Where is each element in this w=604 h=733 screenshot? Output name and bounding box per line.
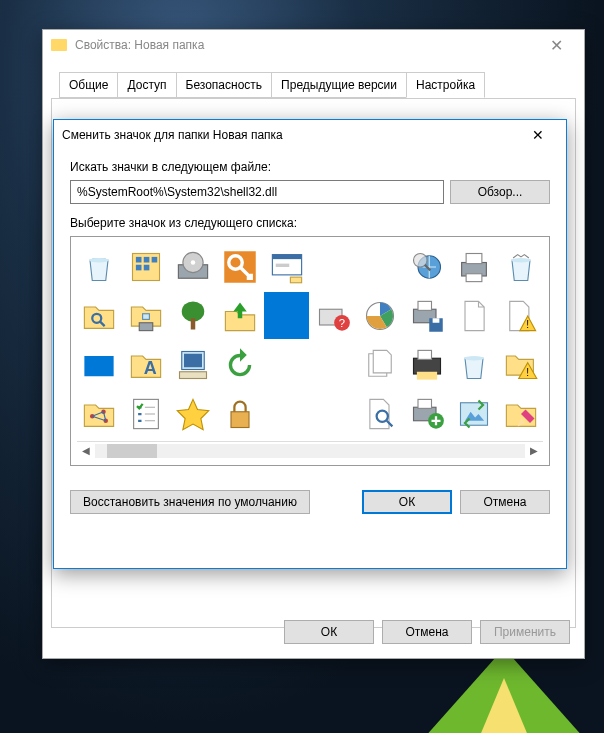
tab-security[interactable]: Безопасность [176, 72, 273, 98]
tab-customize[interactable]: Настройка [406, 72, 485, 98]
network-map-icon[interactable] [77, 390, 122, 437]
icon-path-input[interactable] [70, 180, 444, 204]
blank-icon[interactable] [264, 341, 309, 388]
cancel-button[interactable]: Отмена [382, 620, 472, 644]
help-device-icon[interactable]: ? [311, 292, 356, 339]
svg-rect-43 [418, 350, 432, 359]
run-dialog-icon[interactable] [264, 243, 309, 290]
browse-button[interactable]: Обзор... [450, 180, 550, 204]
tab-sharing[interactable]: Доступ [117, 72, 176, 98]
drive-cd-icon[interactable] [171, 243, 216, 290]
change-icon-dialog: Сменить значок для папки Новая папка ✕ И… [53, 119, 567, 569]
apply-button[interactable]: Применить [480, 620, 570, 644]
svg-text:A: A [144, 358, 157, 378]
scroll-left-icon[interactable]: ◀ [77, 445, 95, 456]
svg-rect-51 [231, 411, 249, 427]
svg-rect-41 [179, 371, 206, 378]
svg-text:?: ? [339, 317, 345, 329]
svg-text:!: ! [526, 367, 529, 378]
recycle-bin-empty-icon[interactable] [77, 243, 122, 290]
blank-icon[interactable] [311, 341, 356, 388]
recycle-bin-full-icon[interactable] [498, 243, 543, 290]
checklist-icon[interactable] [124, 390, 169, 437]
svg-point-9 [191, 260, 196, 265]
svg-rect-6 [144, 264, 150, 270]
properties-titlebar[interactable]: Свойства: Новая папка ✕ [43, 30, 584, 60]
blue-square-icon[interactable] [264, 292, 309, 339]
pick-label: Выберите значок из следующего списка: [70, 216, 550, 230]
folder-icon [51, 39, 67, 51]
svg-rect-13 [272, 254, 301, 259]
warning-folder-icon[interactable]: ! [498, 341, 543, 388]
lock-icon[interactable] [217, 390, 262, 437]
tab-bar: Общие Доступ Безопасность Предыдущие вер… [51, 72, 576, 99]
documents-icon[interactable] [358, 341, 403, 388]
svg-rect-35 [433, 318, 440, 323]
svg-text:!: ! [526, 319, 529, 330]
tab-previous[interactable]: Предыдущие версии [271, 72, 407, 98]
recycle-bin-icon[interactable] [451, 341, 496, 388]
svg-rect-2 [136, 256, 142, 262]
svg-rect-26 [191, 318, 196, 329]
change-icon-titlebar[interactable]: Сменить значок для папки Новая папка ✕ [54, 120, 566, 150]
recycle-image-icon[interactable] [451, 390, 496, 437]
svg-rect-24 [143, 313, 150, 319]
search-folder-icon[interactable] [77, 292, 122, 339]
svg-rect-40 [184, 353, 202, 367]
svg-rect-54 [418, 399, 432, 408]
svg-rect-20 [466, 273, 482, 281]
tab-general[interactable]: Общие [59, 72, 118, 98]
blank-icon[interactable] [311, 390, 356, 437]
icon-list: ?!A! ◀ ▶ [70, 236, 550, 466]
blank-icon[interactable] [358, 243, 403, 290]
control-panel-icon[interactable] [124, 243, 169, 290]
svg-rect-44 [417, 371, 437, 379]
folder-up-icon[interactable] [217, 292, 262, 339]
network-folder-icon[interactable] [124, 292, 169, 339]
ok-button[interactable]: ОК [362, 490, 452, 514]
ok-button[interactable]: ОК [284, 620, 374, 644]
fax-printer-icon[interactable] [405, 341, 450, 388]
key-icon[interactable] [217, 243, 262, 290]
dialog-title: Сменить значок для папки Новая папка [62, 128, 518, 142]
computer-icon[interactable] [171, 341, 216, 388]
chart-icon[interactable] [358, 292, 403, 339]
blank-icon[interactable] [311, 243, 356, 290]
svg-rect-19 [466, 253, 482, 263]
search-doc-icon[interactable] [358, 390, 403, 437]
close-icon[interactable]: ✕ [518, 127, 558, 143]
svg-rect-33 [418, 301, 432, 310]
svg-rect-27 [271, 300, 303, 332]
svg-rect-37 [85, 356, 114, 376]
svg-point-21 [510, 258, 530, 263]
horizontal-scrollbar[interactable]: ◀ ▶ [77, 441, 543, 459]
cancel-button[interactable]: Отмена [460, 490, 550, 514]
svg-rect-14 [275, 263, 289, 266]
search-label: Искать значки в следующем файле: [70, 160, 550, 174]
scroll-thumb[interactable] [107, 444, 157, 458]
highlight-folder-icon[interactable] [498, 390, 543, 437]
scroll-right-icon[interactable]: ▶ [525, 445, 543, 456]
svg-rect-42 [413, 358, 440, 374]
svg-rect-15 [290, 277, 301, 283]
blue-rect-icon[interactable] [77, 341, 122, 388]
printer-add-icon[interactable] [405, 390, 450, 437]
tree-icon[interactable] [171, 292, 216, 339]
refresh-icon[interactable] [217, 341, 262, 388]
window-title: Свойства: Новая папка [75, 38, 536, 52]
blank-icon[interactable] [264, 390, 309, 437]
svg-rect-4 [152, 256, 158, 262]
magnifier-globe-icon[interactable] [405, 243, 450, 290]
printer-save-icon[interactable] [405, 292, 450, 339]
document-icon[interactable] [451, 292, 496, 339]
svg-point-0 [89, 258, 109, 263]
printer-icon[interactable] [451, 243, 496, 290]
close-icon[interactable]: ✕ [536, 36, 576, 55]
font-folder-icon[interactable]: A [124, 341, 169, 388]
warning-doc-icon[interactable]: ! [498, 292, 543, 339]
svg-rect-23 [139, 322, 153, 330]
svg-rect-3 [144, 256, 150, 262]
restore-defaults-button[interactable]: Восстановить значения по умолчанию [70, 490, 310, 514]
star-icon[interactable] [171, 390, 216, 437]
svg-point-45 [464, 356, 484, 361]
